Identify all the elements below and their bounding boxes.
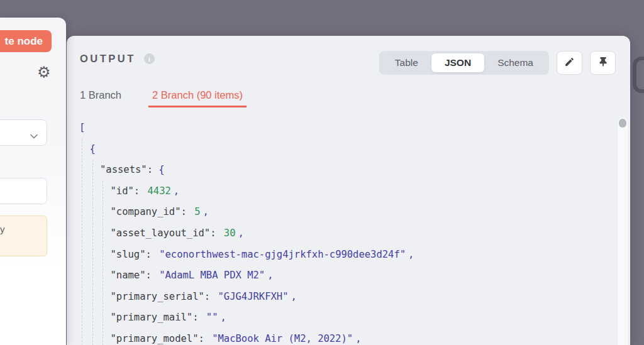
json-line: "primary_serial": "GJG4JRKFXH", — [75, 287, 611, 308]
info-icon[interactable]: i — [144, 53, 155, 64]
json-code: [{"assets": {"id": 4432,"company_id": 5,… — [75, 118, 611, 345]
pencil-icon — [564, 57, 575, 69]
chevron-down-icon — [30, 130, 38, 135]
gear-icon[interactable]: ⚙ — [37, 64, 53, 80]
output-header: OUTPUT i — [80, 53, 155, 65]
json-line: "company_id": 5, — [75, 202, 611, 223]
parameter-input[interactable] — [0, 178, 47, 204]
json-line: "primary_model": "MacBook Air (M2, 2022)… — [75, 329, 611, 345]
tab-branch-2[interactable]: 2 Branch (90 items) — [148, 89, 247, 107]
view-json-button[interactable]: JSON — [431, 53, 484, 72]
view-mode-switch: Table JSON Schema — [379, 51, 549, 75]
notice-text: ut by — [0, 224, 5, 234]
json-line: "primary_mail": "", — [75, 307, 611, 329]
json-line: "slug": "econorthwest-mac-gjg4jrkfxh-c99… — [75, 244, 611, 266]
json-line: "id": 4432, — [75, 181, 611, 202]
notice-box: ut by — [0, 216, 47, 256]
parameter-dropdown[interactable] — [0, 119, 47, 146]
json-line: [ — [75, 118, 611, 139]
branch-tabs: 1 Branch 2 Branch (90 items) — [80, 89, 247, 107]
json-line: { — [75, 139, 611, 160]
json-line: "name": "AdamL MBA PDX M2", — [75, 265, 611, 287]
tab-branch-1[interactable]: 1 Branch — [80, 89, 121, 107]
scrollbar-thumb[interactable] — [619, 119, 626, 128]
view-table-button[interactable]: Table — [382, 53, 431, 72]
node-settings-panel: te node ⚙ ut by — [0, 18, 66, 345]
pin-data-button[interactable] — [590, 51, 616, 75]
json-line: "asset_layout_id": 30, — [75, 223, 611, 244]
pin-icon — [599, 57, 608, 68]
json-line: "assets": { — [75, 160, 611, 181]
edit-output-button[interactable] — [557, 51, 582, 75]
background-node-outline — [633, 57, 644, 93]
output-panel: OUTPUT i Table JSON Schema 1 Branch 2 Br… — [67, 36, 630, 345]
output-controls: Table JSON Schema — [379, 51, 616, 75]
output-panel-title: OUTPUT — [80, 53, 136, 65]
execute-node-button[interactable]: te node — [0, 30, 52, 52]
scrollbar-track[interactable] — [618, 118, 628, 345]
view-schema-button[interactable]: Schema — [484, 53, 547, 72]
